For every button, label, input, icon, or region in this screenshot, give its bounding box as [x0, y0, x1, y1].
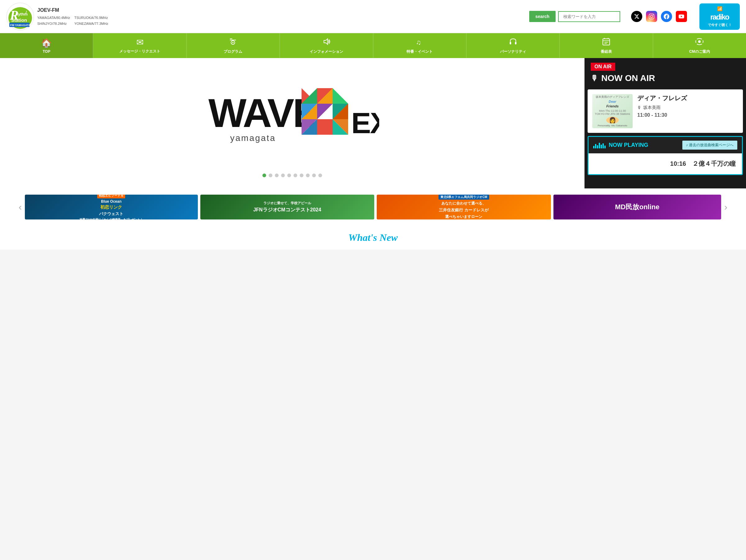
- search-input[interactable]: [558, 11, 620, 22]
- slider-dot-2[interactable]: [275, 174, 279, 177]
- freq-3: SHINJYO/78.2MHz: [37, 21, 71, 27]
- logo-area: R hythm Station FM YAMAGATA ♪ JOEV-FM YA…: [6, 2, 108, 30]
- bars-icon: [593, 142, 606, 148]
- banner-4[interactable]: MD民放online: [553, 195, 721, 219]
- nav-personality-label: パーソナリティ: [500, 49, 526, 54]
- instagram-icon[interactable]: [646, 11, 657, 22]
- svg-text:FM YAMAGATA: FM YAMAGATA: [10, 24, 31, 27]
- nav-personality[interactable]: パーソナリティ: [466, 33, 560, 58]
- nav-info[interactable]: インフォメーション: [280, 33, 373, 58]
- slider-dot-3[interactable]: [281, 174, 285, 177]
- slider-dot-4[interactable]: [287, 174, 291, 177]
- bar-7: [604, 146, 606, 148]
- radiko-area: 📶 radiko で今すぐ聴く！: [696, 3, 740, 30]
- banner-1-subtitle: バクウェスト: [99, 211, 123, 217]
- banners-container: 初恋エピソード＆ Blue Ocean 初恋リンク バクウェスト 抽選で100名…: [25, 195, 721, 219]
- svg-rect-16: [603, 39, 610, 45]
- broadcast-info: Mon-Thu 11:00-11:30TOKYO FM JFN 38 Stati…: [595, 109, 630, 116]
- svg-rect-10: [230, 40, 236, 40]
- music-icon: ♫: [415, 37, 424, 48]
- banner-2[interactable]: ラジオに乗せて、学校アピール JFNラジオCMコンテスト2024: [200, 195, 375, 219]
- program-personality: 🎙 坂本美雨: [637, 105, 738, 111]
- svg-rect-11: [230, 38, 232, 39]
- mic-icon: 🎙: [591, 74, 598, 83]
- banner-3[interactable]: 東北6県エフエム局共同ラジオCM あなたに合わせて選べる、 三井住友銀行 カード…: [377, 195, 551, 219]
- station-logo[interactable]: R hythm Station FM YAMAGATA ♪: [6, 2, 34, 30]
- nav-cm[interactable]: CMのご案内: [653, 33, 746, 58]
- nav-info-label: インフォメーション: [310, 49, 343, 54]
- search-button[interactable]: search: [529, 11, 555, 22]
- nav-top-label: TOP: [42, 49, 50, 54]
- onair-header: ON AIR 🎙 NOW ON AIR: [584, 58, 746, 86]
- svg-text:♪: ♪: [25, 9, 27, 14]
- bar-2: [595, 144, 596, 148]
- slider-image: WAVE yamagata: [202, 69, 382, 169]
- program-info: ディア・フレレズ 🎙 坂本美雨 11:00 - 11:30: [637, 94, 738, 118]
- svg-text:yamagata: yamagata: [230, 133, 276, 143]
- song-info: 10:16 ２億４千万の瞳: [670, 160, 736, 167]
- slider-dot-0[interactable]: [262, 174, 266, 177]
- personality-name: 坂本美雨: [643, 105, 661, 111]
- banner-3-text: あなたに合わせて選べる、: [441, 201, 486, 206]
- dear-friends-logo: Dear Friends: [606, 99, 619, 108]
- hero-slider: WAVE yamagata: [0, 58, 584, 188]
- personality-avatar: 👩: [606, 117, 619, 123]
- banner-4-title: MD民放online: [615, 202, 659, 212]
- twitter-icon[interactable]: [631, 11, 642, 22]
- banner-1-detail: 抽選で100名様に「かんの鐘麦茶」をプレゼント！: [80, 217, 143, 220]
- now-playing-content: 10:16 ２億４千万の瞳: [589, 153, 742, 174]
- headphone-icon: [509, 37, 517, 48]
- banner-next-button[interactable]: ›: [724, 202, 727, 212]
- nav-schedule-label: 番組表: [601, 49, 612, 54]
- banner-2-tag: ラジオに乗せて、学校アピール: [263, 201, 311, 206]
- slider-dot-8[interactable]: [312, 174, 316, 177]
- banner-prev-button[interactable]: ‹: [19, 202, 22, 212]
- onair-badge: ON AIR: [591, 63, 615, 71]
- social-icons: [631, 11, 687, 22]
- main-content: WAVE yamagata: [0, 58, 746, 188]
- radiko-sub: で今すぐ聴く！: [708, 23, 732, 27]
- youtube-icon[interactable]: [676, 11, 687, 22]
- whats-new-title: What's New: [12, 232, 734, 243]
- slider-dot-6[interactable]: [300, 174, 304, 177]
- banner-3-subtitle: 選べちゃいますローン: [445, 214, 482, 219]
- slider-dot-5[interactable]: [293, 174, 297, 177]
- slider-dot-1[interactable]: [269, 174, 272, 177]
- station-frequencies: YAMAGATA/80.4MHz TSURUOKA/76.9MHz SHINJY…: [37, 15, 108, 27]
- svg-text:♫: ♫: [416, 38, 421, 46]
- banner-1-title: 初恋リンク: [100, 205, 122, 210]
- banner-section: ‹ 初恋エピソード＆ Blue Ocean 初恋リンク バクウェスト 抽選で10…: [0, 188, 746, 226]
- station-info: JOEV-FM YAMAGATA/80.4MHz TSURUOKA/76.9MH…: [37, 6, 108, 27]
- nav-cm-label: CMのご案内: [689, 49, 710, 54]
- banner-3-title: 三井住友銀行 カードレスが: [439, 207, 489, 213]
- freq-4: YONEZAWA/77.3MHz: [74, 21, 108, 27]
- speaker-icon: [322, 37, 331, 48]
- slider-dot-7[interactable]: [306, 174, 310, 177]
- header: R hythm Station FM YAMAGATA ♪ JOEV-FM YA…: [0, 0, 746, 33]
- thumb-subtitle: 坂本美雨のディアフレンズ: [596, 95, 629, 99]
- radiko-button[interactable]: 📶 radiko で今すぐ聴く！: [699, 3, 740, 30]
- bar-1: [593, 146, 595, 148]
- svg-marker-12: [324, 39, 328, 45]
- svg-rect-14: [510, 42, 511, 45]
- facebook-icon[interactable]: [661, 11, 672, 22]
- svg-text:Station: Station: [11, 18, 27, 23]
- nav-program[interactable]: プログラム: [186, 33, 280, 58]
- nav-schedule[interactable]: 番組表: [560, 33, 653, 58]
- whats-new-section: What's New: [0, 226, 746, 249]
- past-search-button[interactable]: ♪ 過去の放送曲検索ページへ: [682, 141, 737, 150]
- onair-title-text: NOW ON AIR: [601, 73, 655, 83]
- nav-top[interactable]: 🏠 TOP: [0, 33, 93, 58]
- mail-icon: ✉: [136, 37, 143, 48]
- slider-dot-9[interactable]: [318, 174, 322, 177]
- program-name: ディア・フレレズ: [637, 94, 738, 102]
- station-name: JOEV-FM: [37, 6, 108, 15]
- banner-1[interactable]: 初恋エピソード＆ Blue Ocean 初恋リンク バクウェスト 抽選で100名…: [25, 195, 198, 219]
- nav-special[interactable]: ♫ 特番・イベント: [373, 33, 466, 58]
- now-playing-header: NOW PLAYING ♪ 過去の放送曲検索ページへ: [589, 137, 742, 153]
- now-playing-left: NOW PLAYING: [593, 142, 648, 148]
- main-navigation: 🏠 TOP ✉ メッセージ・リクエスト プログラム インフォメーション: [0, 33, 746, 58]
- onair-title: 🎙 NOW ON AIR: [591, 73, 740, 83]
- nav-message[interactable]: ✉ メッセージ・リクエスト: [93, 33, 186, 58]
- onair-panel: ON AIR 🎙 NOW ON AIR 坂本美雨のディアフレンズ Dear Fr…: [584, 58, 746, 188]
